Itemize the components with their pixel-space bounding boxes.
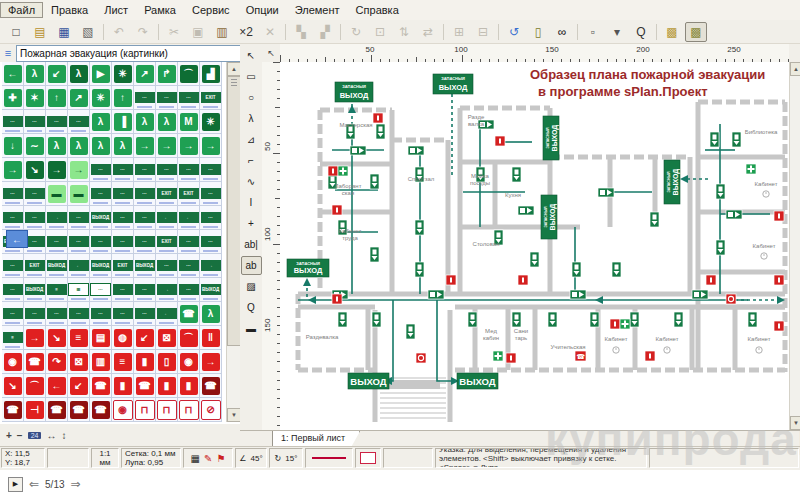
canvas-scrollbar[interactable]: ▲ ▼	[789, 62, 800, 430]
exit-sign-badge[interactable]	[370, 174, 379, 189]
library-icon[interactable]: EXIT	[156, 182, 178, 206]
library-icon[interactable]: ···	[46, 302, 68, 326]
tool-curve[interactable]: ∿	[241, 172, 262, 191]
selected-library-icon[interactable]: ←	[6, 230, 28, 248]
library-icon[interactable]: ⊠	[156, 326, 178, 350]
fire-phone-badge[interactable]: ☎	[575, 351, 586, 361]
exit-sign-badge[interactable]	[530, 252, 539, 267]
room-label[interactable]: Учительская	[550, 344, 585, 350]
library-icon[interactable]: ···	[112, 230, 134, 254]
library-icon[interactable]: ···	[90, 278, 112, 302]
library-icon[interactable]: ···	[200, 158, 222, 182]
library-icon[interactable]: ✚	[2, 86, 24, 110]
library-icon[interactable]: →	[178, 134, 200, 158]
pen-mode-icon[interactable]: ✎	[204, 453, 212, 464]
library-icon[interactable]: ···	[112, 182, 134, 206]
preview-2-button[interactable]: ▩	[685, 22, 707, 42]
library-icon[interactable]: ✶	[24, 86, 46, 110]
library-icon[interactable]: ···	[24, 302, 46, 326]
library-icon[interactable]: →	[200, 350, 222, 374]
library-icon[interactable]: ▮	[112, 374, 134, 398]
tool-node-edit[interactable]: λ	[241, 109, 262, 128]
scroll-down-icon[interactable]: ▼	[790, 416, 800, 430]
library-icon[interactable]: →	[156, 278, 178, 302]
exit-sign-vertical[interactable]: ЗАПАСНЫЙВЫХОД	[543, 116, 559, 160]
library-icon[interactable]: ◉	[2, 350, 24, 374]
library-icon[interactable]: ←	[156, 302, 178, 326]
library-icon[interactable]: ▮	[178, 374, 200, 398]
room-label[interactable]: Мойкапосуды	[470, 173, 490, 186]
menu-сервис[interactable]: Сервис	[184, 2, 238, 18]
exit-sign-badge[interactable]	[732, 132, 741, 147]
exit-sign[interactable]: ЗАПАСНЫЙВЫХОД	[433, 74, 473, 94]
search-button[interactable]: ∞	[551, 22, 573, 42]
library-icon[interactable]: ⌒	[178, 326, 200, 350]
library-icon[interactable]: ВЫХОД	[134, 254, 156, 278]
room-label[interactable]: Кабинет	[748, 336, 771, 342]
tool-dimension[interactable]: Ι	[241, 193, 262, 212]
exit-sign-badge[interactable]	[512, 167, 521, 182]
scroll-down-icon[interactable]: ▼	[227, 408, 241, 422]
tool-ruler[interactable]: ▬	[241, 319, 262, 338]
exit-sign[interactable]: ЗАПАСНЫЙВЫХОД	[287, 259, 329, 277]
fire-equipment-badge[interactable]	[706, 275, 716, 285]
library-icon[interactable]: ···	[200, 206, 222, 230]
menu-файл[interactable]: Файл	[0, 2, 43, 18]
library-icon[interactable]: ‖	[200, 326, 222, 350]
print-button[interactable]: ▧	[77, 22, 99, 42]
library-icon[interactable]: ···	[68, 230, 90, 254]
library-icon[interactable]: ▤	[90, 326, 112, 350]
library-icon[interactable]: ≡	[68, 326, 90, 350]
library-icon[interactable]: ···	[2, 182, 24, 206]
library-icon[interactable]: ···	[134, 302, 156, 326]
exit-sign-badge-horizontal[interactable]	[518, 206, 534, 215]
fire-equipment-badge[interactable]	[610, 319, 620, 329]
library-icon[interactable]: λ	[90, 110, 112, 134]
library-icon[interactable]: ◉	[178, 350, 200, 374]
line-style-sample[interactable]	[305, 448, 353, 468]
room-label[interactable]: Санитарь	[514, 328, 528, 341]
library-icon[interactable]: ↓	[2, 134, 24, 158]
library-icon[interactable]: ↑	[112, 86, 134, 110]
library-icon[interactable]: ▬	[68, 182, 90, 206]
tool-rectangle[interactable]: ▭	[241, 67, 262, 86]
library-icon[interactable]: ···	[112, 206, 134, 230]
library-icon[interactable]: EXIT	[112, 254, 134, 278]
library-icon[interactable]: ···	[134, 86, 156, 110]
library-icon[interactable]: →	[2, 158, 24, 182]
save-button[interactable]: ▦	[53, 22, 75, 42]
library-icon[interactable]: ▬	[46, 182, 68, 206]
library-combobox[interactable]: Пожарная эвакуация (картинки) ▼	[16, 45, 258, 62]
library-icon[interactable]: λ	[68, 134, 90, 158]
library-icon[interactable]: ☎	[200, 374, 222, 398]
room-label[interactable]: Кабинеттруда	[339, 228, 362, 241]
exit-sign-badge[interactable]	[338, 312, 347, 327]
library-icon[interactable]: EXIT	[200, 86, 222, 110]
room-label[interactable]: Кабинет	[755, 181, 778, 187]
tool-text[interactable]: ab|	[241, 235, 262, 254]
library-icon[interactable]: ВЫХОД	[46, 254, 68, 278]
fire-equipment-badge[interactable]	[726, 294, 736, 304]
library-icon[interactable]: ←	[68, 254, 90, 278]
zoom-out-button[interactable]: Q	[630, 22, 652, 42]
menu-справка[interactable]: Справка	[348, 2, 407, 18]
library-icon[interactable]: ВЫХОД	[24, 278, 46, 302]
library-icon[interactable]: ↑	[46, 86, 68, 110]
menu-рамка[interactable]: Рамка	[136, 2, 184, 18]
library-icon[interactable]: ⊓	[156, 398, 178, 422]
library-icon[interactable]: ☎	[178, 302, 200, 326]
exit-sign-badge[interactable]	[710, 132, 719, 147]
library-icon[interactable]: ≡	[2, 326, 24, 350]
exit-sign-badge[interactable]	[512, 312, 521, 327]
tool-pointer[interactable]: ↖	[241, 46, 262, 65]
sheet-frame-button[interactable]: ▯	[527, 22, 549, 42]
library-icon[interactable]: ↗	[134, 62, 156, 86]
exit-sign-vertical[interactable]: ЗАПАСНЫЙВЫХОД	[541, 195, 557, 239]
library-icon[interactable]: ☎	[24, 350, 46, 374]
first-aid-badge[interactable]	[493, 351, 503, 361]
fill-style-sample[interactable]	[355, 448, 381, 468]
expand-h-button[interactable]: ↔	[46, 430, 56, 441]
tool-ellipse[interactable]: ○	[241, 88, 262, 107]
library-icon[interactable]: ▐	[112, 110, 134, 134]
library-icon[interactable]: ···	[2, 278, 24, 302]
